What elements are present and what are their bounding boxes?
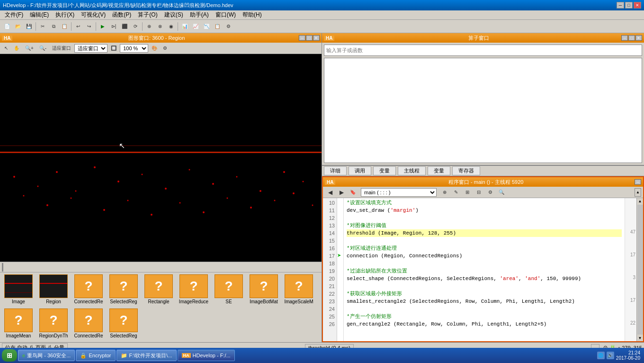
code-content[interactable]: *设置区域填充方式 dev_set_draw ('margin') *对图像进行… [344, 198, 625, 341]
var-item-regiondynth[interactable]: ? RegionDynTh [37, 309, 70, 341]
code-line-10: *设置区域填充方式 [347, 199, 622, 207]
prog-tool1[interactable]: ⊕ [439, 187, 450, 198]
tool-step[interactable]: ⊳| [108, 21, 119, 32]
tool-open[interactable]: 📂 [13, 21, 23, 32]
var-item-rectangle[interactable]: ? Rectangle [142, 274, 175, 307]
tool-settings[interactable]: ⚙ [223, 21, 233, 32]
menu-help[interactable]: 帮助(H) [240, 10, 265, 19]
tool-save[interactable]: 💾 [24, 21, 34, 32]
scroll-down[interactable]: ▼ [637, 335, 643, 341]
prog-bookmark-btn[interactable]: 🔖 [348, 187, 358, 198]
svg-point-17 [103, 209, 105, 211]
var-item-se[interactable]: ? SE [212, 274, 245, 307]
menu-window[interactable]: 窗口(W) [213, 10, 239, 19]
var-label-imagereduce: ImageReduce [177, 299, 210, 304]
arrow-empty-11 [337, 206, 343, 213]
prog-tool5[interactable]: ⚙ [485, 187, 495, 198]
tool-undo[interactable]: ↩ [73, 21, 83, 32]
img-win-close[interactable]: ✕ [313, 35, 320, 41]
tool-chart2[interactable]: 📈 [190, 21, 201, 32]
tool-new[interactable]: 📄 [2, 21, 12, 32]
tab-details[interactable]: 详细 [324, 166, 347, 175]
img-tool-move[interactable]: ✋ [11, 44, 22, 53]
prog-function-dropdown[interactable]: main ( : : : ) [361, 188, 437, 197]
calc-input-field[interactable] [324, 45, 642, 56]
prog-tool3[interactable]: ⊞ [462, 187, 473, 198]
tab-calls[interactable]: 调用 [349, 166, 371, 175]
img-tool-zoom-out[interactable]: 🔍- [37, 44, 49, 53]
tool-copy[interactable]: ⧉ [48, 21, 59, 32]
tool-chart3[interactable]: 📉 [201, 21, 212, 32]
var-item-connected2[interactable]: ? ConnectedRe [72, 309, 105, 341]
calc-win-maximize[interactable]: □ [628, 35, 635, 41]
prog-tool6[interactable]: 🔍 [496, 187, 507, 198]
calc-win-close[interactable]: ✕ [635, 35, 642, 41]
img-win-maximize[interactable]: □ [306, 35, 313, 41]
prog-back-btn[interactable]: ◀ [325, 187, 335, 198]
prog-forward-btn[interactable]: ▶ [336, 187, 347, 198]
code-line-15 [347, 237, 622, 245]
rn-24 [625, 304, 635, 312]
var-item-selected[interactable]: ? SelectedReg [107, 274, 140, 307]
img-tool-pointer[interactable]: ↖ [2, 44, 10, 53]
calc-win-minimize[interactable]: ─ [621, 35, 628, 41]
menu-operators[interactable]: 算子(O) [135, 10, 160, 19]
scroll-up[interactable]: ▲ [637, 198, 643, 204]
taskbar-item-encryptor[interactable]: 🔒 Encryptor [76, 350, 115, 361]
img-tool-zoom-in[interactable]: 🔍+ [23, 44, 36, 53]
tool-cut[interactable]: ✂ [37, 21, 48, 32]
ln-12: 12 [323, 214, 335, 222]
menu-assistant[interactable]: 助手(A) [187, 10, 212, 19]
scroll-thumb[interactable] [637, 205, 643, 335]
var-item-image[interactable]: Image [2, 274, 35, 307]
tool-stop[interactable]: ⬛ [119, 21, 130, 32]
menu-file[interactable]: 文件(F) [2, 10, 26, 19]
img-fit-btn[interactable]: 适应窗口 [50, 44, 73, 53]
maximize-button[interactable]: □ [625, 2, 633, 9]
tool-b1[interactable]: ⊕ [144, 21, 154, 32]
prog-win-minimize[interactable]: ─ [635, 179, 641, 185]
tab-mainthread[interactable]: 主线程 [398, 166, 426, 175]
tool-chart[interactable]: 📊 [179, 21, 190, 32]
taskbar-item-folder[interactable]: 📁 F:\软件开发项目\... [116, 350, 177, 361]
var-item-connected[interactable]: ? ConnectedRe [72, 274, 105, 307]
var-item-imagebotmat[interactable]: ? ImageBotMat [247, 274, 280, 307]
img-win-minimize[interactable]: ─ [299, 35, 305, 41]
fit-dropdown[interactable]: 适应窗口 [74, 44, 107, 53]
minimize-button[interactable]: ─ [617, 2, 624, 9]
tool-b3[interactable]: ◉ [166, 21, 176, 32]
prog-win-buttons: ─ [635, 179, 641, 185]
tab-variables2[interactable]: 变量 [428, 166, 450, 175]
menu-functions[interactable]: 函数(P) [109, 10, 134, 19]
zoom-dropdown[interactable]: 100 % [120, 44, 148, 53]
prog-tool2[interactable]: ✎ [451, 187, 461, 198]
menu-execute[interactable]: 执行(X) [53, 10, 77, 19]
image-window-title: 图形窗口: 3600 - Region [128, 35, 185, 42]
start-button[interactable]: ⊞ [2, 349, 17, 362]
img-color-btn[interactable]: 🎨 [149, 44, 160, 53]
var-item-imagemean[interactable]: ? ImageMean [2, 309, 35, 341]
tool-b2[interactable]: ⊗ [155, 21, 165, 32]
var-item-selected2[interactable]: ? SelectedReg [107, 309, 140, 341]
img-extra-btn[interactable]: ⚙ [161, 44, 170, 53]
var-item-region[interactable]: Region [37, 274, 70, 307]
close-button[interactable]: ✕ [634, 2, 641, 9]
tab-variables[interactable]: 变量 [373, 166, 396, 175]
code-scrollbar[interactable]: ▲ ▼ [636, 198, 643, 341]
image-canvas[interactable]: ↖ [0, 54, 322, 262]
var-item-imagescalem[interactable]: ? ImageScaleM [282, 274, 315, 307]
tab-registers[interactable]: 寄存器 [452, 166, 480, 175]
menu-suggestions[interactable]: 建议(S) [161, 10, 186, 19]
tool-redo[interactable]: ↪ [84, 21, 94, 32]
prog-tool4[interactable]: ⊟ [474, 187, 484, 198]
taskbar-item-hdevelop[interactable]: HA HDevelop - F:/... [178, 350, 235, 361]
tool-paste[interactable]: 📋 [59, 21, 70, 32]
tool-reset[interactable]: ⟳ [130, 21, 141, 32]
tool-run[interactable]: ▶ [98, 21, 108, 32]
prog-scroll-right[interactable]: ▲ [635, 188, 641, 197]
menu-visualize[interactable]: 可视化(V) [78, 10, 108, 19]
taskbar-item-360[interactable]: e 重鸟网 - 360安全... [18, 350, 75, 361]
menu-edit[interactable]: 编辑(E) [27, 10, 52, 19]
tool-chart4[interactable]: 📋 [212, 21, 223, 32]
var-item-imagereduce[interactable]: ? ImageReduce [177, 274, 210, 307]
